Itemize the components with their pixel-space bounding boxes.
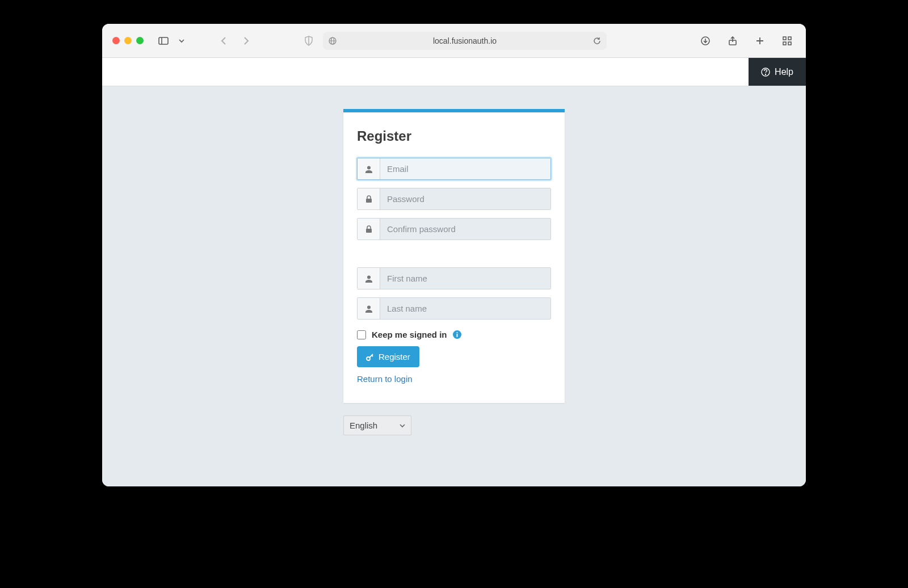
window-controls: [112, 37, 144, 44]
password-field-row: [357, 188, 551, 210]
svg-point-25: [456, 332, 457, 333]
close-window-button[interactable]: [112, 37, 120, 44]
password-input[interactable]: [380, 188, 550, 209]
confirm-password-field-row: [357, 218, 551, 240]
lastname-input[interactable]: [380, 298, 550, 319]
svg-point-18: [367, 166, 371, 169]
key-icon: [366, 353, 374, 361]
lastname-field-row: [357, 297, 551, 320]
downloads-icon[interactable]: [697, 32, 714, 49]
shield-icon[interactable]: [300, 32, 317, 49]
help-icon: [761, 68, 770, 77]
svg-rect-12: [783, 37, 786, 40]
svg-rect-24: [456, 334, 457, 337]
keep-signed-row[interactable]: Keep me signed in: [357, 330, 551, 339]
keep-signed-label: Keep me signed in: [372, 330, 447, 339]
svg-line-28: [372, 355, 373, 356]
forward-button[interactable]: [238, 32, 255, 49]
svg-point-17: [765, 74, 766, 74]
lock-icon: [358, 219, 380, 240]
return-to-login-link[interactable]: Return to login: [357, 374, 551, 384]
browser-toolbar: local.fusionauth.io: [102, 24, 806, 58]
svg-rect-19: [366, 199, 372, 203]
svg-point-22: [367, 305, 371, 309]
chevron-down-icon[interactable]: [173, 32, 190, 49]
user-icon: [358, 298, 380, 319]
page-top-bar: Help: [102, 58, 806, 86]
user-icon: [358, 158, 380, 179]
svg-point-21: [367, 275, 371, 279]
sidebar-toggle-icon[interactable]: [155, 32, 172, 49]
register-card: Register: [343, 109, 565, 403]
share-icon[interactable]: [724, 32, 741, 49]
new-tab-icon[interactable]: [751, 32, 768, 49]
browser-window: local.fusionauth.io Help: [102, 24, 806, 486]
lock-icon: [358, 188, 380, 209]
maximize-window-button[interactable]: [136, 37, 144, 44]
chevron-down-icon: [400, 423, 405, 429]
svg-point-26: [367, 357, 370, 360]
svg-rect-15: [788, 42, 791, 45]
email-input[interactable]: [380, 158, 550, 179]
minimize-window-button[interactable]: [124, 37, 132, 44]
keep-signed-checkbox[interactable]: [357, 330, 366, 339]
language-select[interactable]: English: [343, 415, 411, 435]
back-button[interactable]: [215, 32, 232, 49]
page-title: Register: [357, 128, 551, 144]
register-button[interactable]: Register: [357, 346, 419, 367]
page-body: Register: [102, 86, 806, 486]
svg-rect-13: [788, 37, 791, 40]
globe-icon: [329, 37, 337, 45]
register-button-label: Register: [379, 352, 410, 362]
svg-rect-20: [366, 229, 372, 233]
email-field-row: [357, 158, 551, 180]
svg-rect-14: [783, 42, 786, 45]
help-label: Help: [775, 67, 793, 77]
address-bar[interactable]: local.fusionauth.io: [323, 32, 607, 50]
svg-rect-0: [159, 37, 168, 44]
firstname-field-row: [357, 267, 551, 289]
help-button[interactable]: Help: [749, 58, 806, 86]
user-icon: [358, 268, 380, 289]
url-text: local.fusionauth.io: [433, 36, 497, 45]
confirm-password-input[interactable]: [380, 219, 550, 240]
language-selected: English: [350, 421, 377, 430]
tabs-overview-icon[interactable]: [779, 32, 796, 49]
firstname-input[interactable]: [380, 268, 550, 289]
reload-icon[interactable]: [593, 37, 601, 45]
info-icon[interactable]: [453, 330, 461, 339]
